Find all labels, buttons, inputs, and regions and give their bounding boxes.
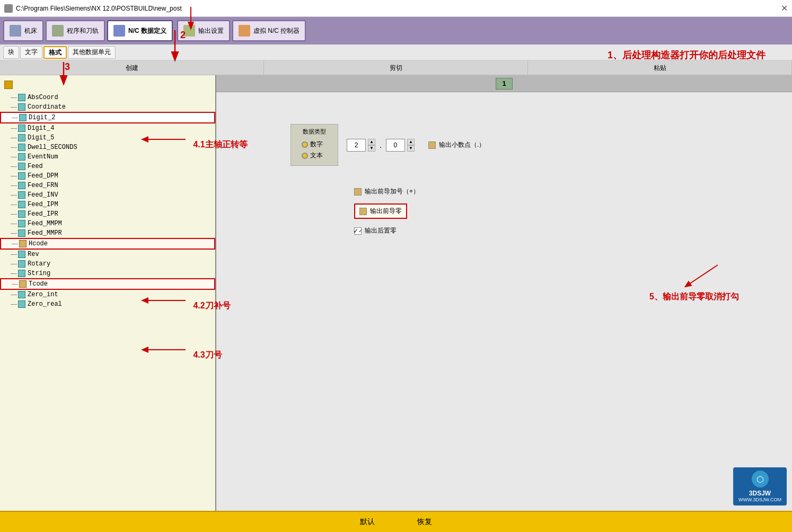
- watermark: ⬡ 3DSJW WWW.3DSJW.COM: [733, 467, 787, 506]
- trailing-zero-checkbox[interactable]: ✓: [354, 227, 362, 235]
- connector: [11, 166, 17, 167]
- item-icon: [19, 280, 27, 288]
- tree-item-ZeroReal[interactable]: Zero_real: [0, 299, 215, 309]
- connector: [11, 97, 17, 98]
- item-icon: [18, 201, 25, 208]
- output-settings-icon: [183, 25, 195, 37]
- close-button[interactable]: ✕: [781, 3, 788, 13]
- tree-item-ZeroInt[interactable]: Zero_int: [0, 290, 215, 299]
- tree-item-Rev[interactable]: Rev: [0, 250, 215, 259]
- item-icon: [18, 251, 25, 258]
- sub-btn-block[interactable]: 块: [3, 46, 19, 59]
- spinner1-down[interactable]: ▼: [368, 145, 375, 152]
- tree-item-Feed[interactable]: Feed: [0, 162, 215, 171]
- toolbar-nc-data[interactable]: N/C 数据定义: [107, 20, 173, 41]
- connector: [11, 147, 17, 148]
- nc-data-icon: [113, 25, 125, 37]
- item-label: Feed_MMPR: [28, 229, 62, 237]
- spinner1-value[interactable]: 2: [347, 139, 366, 152]
- tree-item-FeedIPR[interactable]: Feed_IPR: [0, 209, 215, 219]
- header-number: 1: [496, 78, 513, 90]
- sub-toolbar: 块 文字 格式 其他数据单元: [0, 45, 792, 60]
- tree-item-FeedFRN[interactable]: Feed_FRN: [0, 181, 215, 190]
- create-button[interactable]: 创建: [0, 60, 264, 75]
- item-icon: [18, 134, 25, 141]
- tree-item-Digit4[interactable]: Digit_4: [0, 123, 215, 133]
- item-label: Digit_4: [28, 125, 54, 132]
- tree-item-Hcode[interactable]: Hcode: [0, 238, 215, 250]
- decimal-row[interactable]: 输出小数点（.）: [428, 140, 485, 149]
- confirm-button[interactable]: 默认: [349, 515, 385, 529]
- tree-item-FeedDPM[interactable]: Feed_DPM: [0, 171, 215, 181]
- tree-panel: AbsCoord Coordinate Digit_2 Digit_4 Digi: [0, 75, 216, 511]
- radio-text-label: 文本: [310, 151, 323, 160]
- connector: [11, 214, 17, 215]
- tree-item-String[interactable]: String: [0, 269, 215, 278]
- tree-item-Tcode[interactable]: Tcode: [0, 278, 215, 290]
- spinner1-up[interactable]: ▲: [368, 139, 375, 145]
- item-label: Digit_2: [29, 114, 55, 121]
- leading-zero-checkbox[interactable]: [359, 208, 367, 215]
- tree-item-EventNum[interactable]: EventNum: [0, 152, 215, 162]
- connector: [11, 107, 17, 108]
- plus-checkbox[interactable]: [354, 188, 362, 196]
- item-icon: [18, 291, 25, 298]
- toolbar-machine[interactable]: 机床: [3, 20, 43, 41]
- item-icon: [18, 260, 25, 268]
- tree-item-FeedMMPM[interactable]: Feed_MMPM: [0, 219, 215, 228]
- item-label: Feed_FRN: [28, 182, 58, 189]
- tree-item-Rotary[interactable]: Rotary: [0, 259, 215, 269]
- toolbar-program-tools[interactable]: 程序和刀轨: [46, 20, 105, 41]
- spinner2-arrows: ▲ ▼: [407, 139, 415, 152]
- tree-item-FeedINV[interactable]: Feed_INV: [0, 190, 215, 200]
- spinner2-value[interactable]: 0: [386, 139, 405, 152]
- tree-item-DwellSECONDS[interactable]: Dwell_SECONDS: [0, 143, 215, 152]
- cut-button[interactable]: 剪切: [264, 60, 528, 75]
- toolbar-virtual-nc[interactable]: 虚拟 N/C 控制器: [232, 20, 306, 41]
- restore-button[interactable]: 恢复: [407, 515, 443, 529]
- title-bar: C:\Program Files\Siemens\NX 12.0\POSTBUI…: [0, 0, 792, 17]
- trailing-zero-row[interactable]: ✓ 输出后置零: [354, 226, 760, 235]
- leading-zero-label: 输出前导零: [370, 207, 402, 216]
- leading-zero-row[interactable]: 输出前导零: [354, 203, 407, 219]
- item-label: Digit_5: [28, 134, 54, 141]
- decimal-label: 输出小数点（.）: [439, 140, 485, 149]
- radio-number[interactable]: 数字: [302, 140, 327, 149]
- item-label: Hcode: [29, 240, 48, 247]
- radio-text[interactable]: 文本: [302, 151, 327, 160]
- tree-item-FeedMMPR[interactable]: Feed_MMPR: [0, 228, 215, 238]
- item-label: String: [28, 270, 50, 277]
- connector: [11, 264, 17, 264]
- tree-item-AbsCoord[interactable]: AbsCoord: [0, 93, 215, 102]
- radio-number-dot: [302, 141, 308, 148]
- spinner1: 2 ▲ ▼: [347, 139, 375, 152]
- item-icon: [18, 163, 25, 170]
- item-label: Coordinate: [28, 103, 66, 111]
- item-icon: [18, 300, 25, 308]
- data-type-title: 数据类型: [297, 128, 331, 136]
- toolbar-output-settings[interactable]: 输出设置: [177, 20, 230, 41]
- item-label: Tcode: [29, 280, 48, 288]
- sub-btn-format[interactable]: 格式: [43, 46, 67, 59]
- plus-checkbox-row[interactable]: 输出前导加号（+）: [354, 187, 760, 196]
- main-content: AbsCoord Coordinate Digit_2 Digit_4 Digi: [0, 75, 792, 511]
- right-panel: 1 数据类型 数字: [216, 75, 792, 511]
- item-icon: [18, 270, 25, 277]
- item-label: Feed_IPR: [28, 210, 58, 218]
- decimal-checkbox[interactable]: [428, 141, 436, 149]
- spinner1-arrows: ▲ ▼: [368, 139, 375, 152]
- tree-item-Digit5[interactable]: Digit_5: [0, 133, 215, 143]
- plus-label: 输出前导加号（+）: [365, 187, 419, 196]
- tree-item-FeedIPM[interactable]: Feed_IPM: [0, 200, 215, 209]
- spinner2-down[interactable]: ▼: [407, 145, 415, 152]
- connector: [12, 284, 18, 285]
- item-icon: [18, 144, 25, 151]
- sub-btn-text[interactable]: 文字: [20, 46, 42, 59]
- tree-item-Coordinate[interactable]: Coordinate: [0, 102, 215, 112]
- spinner2-up[interactable]: ▲: [407, 139, 415, 145]
- paste-button[interactable]: 粘贴: [528, 60, 792, 75]
- item-icon: [18, 191, 25, 199]
- sub-btn-other-data[interactable]: 其他数据单元: [68, 46, 116, 59]
- tree-item-Digit2[interactable]: Digit_2: [0, 112, 215, 123]
- bottom-bar: 默认 恢复: [0, 511, 792, 532]
